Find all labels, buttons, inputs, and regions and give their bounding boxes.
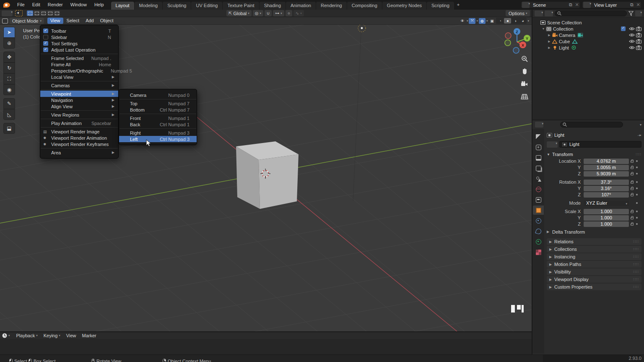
pivot-point-dropdown[interactable]: ◎▾ [253, 10, 263, 16]
view-menu-item[interactable]: Tool Settings ▶ [40, 40, 118, 47]
zoom-icon[interactable] [520, 54, 529, 63]
collection-checkbox[interactable] [621, 26, 626, 31]
light-object[interactable] [358, 25, 366, 32]
animate-dot[interactable] [635, 217, 639, 219]
navigation-gizmo[interactable]: Z Y X [505, 28, 530, 53]
timeline-menu[interactable]: Marker [79, 333, 99, 338]
lock-icon[interactable] [629, 193, 635, 196]
panel-drag-handle[interactable]: ∷∷ [634, 247, 639, 251]
tool-move[interactable]: ✥ [3, 52, 15, 63]
collapsed-panel[interactable]: ▶ Relations ∷∷ [547, 238, 641, 245]
lock-icon[interactable] [629, 216, 635, 219]
disable-in-renders-toggle[interactable] [635, 26, 642, 31]
value-slider[interactable]: 1.000 [584, 221, 629, 227]
overlays-toggle[interactable]: ◍ [479, 18, 486, 24]
lock-icon[interactable] [629, 166, 635, 169]
collapsed-panel[interactable]: ▶ Visibility ∷∷ [547, 268, 641, 275]
value-slider[interactable]: 37.3° [584, 180, 629, 185]
properties-tab-output[interactable] [533, 153, 544, 162]
toggle-perspective-icon[interactable] [520, 92, 529, 101]
topbar-menu[interactable]: File [13, 0, 29, 10]
outliner-row[interactable]: ▼ Collection [532, 26, 644, 32]
scene-selector[interactable]: Scene ⧉ ✕ [521, 1, 580, 8]
panel-drag-handle[interactable]: ∷∷ [634, 270, 639, 274]
new-collection-button[interactable] [635, 10, 642, 16]
view-layer-name[interactable]: View Layer [592, 3, 628, 8]
collapsed-panel[interactable]: ▶ Viewport Display ∷∷ [547, 276, 641, 283]
properties-tab-scene[interactable] [533, 174, 544, 183]
view-menu-item[interactable]: ▤ Viewport Render Image ▶ [40, 128, 118, 135]
properties-tab-physics[interactable] [533, 227, 544, 236]
lock-icon[interactable] [629, 172, 635, 175]
tool-add-cube[interactable]: ⬓ [3, 123, 15, 134]
animate-dot[interactable] [635, 194, 639, 195]
workspace-tab[interactable]: Geometry Nodes [382, 2, 426, 10]
view-layer-remove-button[interactable]: ✕ [635, 2, 641, 8]
outliner-row[interactable]: ▶ Light [532, 44, 644, 51]
properties-tab-object[interactable] [533, 206, 544, 215]
view-menu-item[interactable]: Perspective/Orthographic Numpad 5 ▶ [40, 68, 118, 74]
outliner-search-input[interactable] [563, 11, 624, 16]
panel-drag-handle[interactable]: ∷∷ [636, 152, 641, 156]
tool-cursor[interactable]: ⊕ [3, 38, 15, 49]
select-mode-invert[interactable] [47, 10, 53, 16]
snap-toggle[interactable]: ∪ [265, 10, 272, 16]
expand-caret[interactable]: ▼ [541, 27, 546, 30]
view-menu-item[interactable]: ✹ Viewport Render Animation ▶ [40, 135, 118, 141]
timeline-editor-type-dropdown[interactable]: ▾ [2, 333, 10, 339]
interaction-mode-dropdown[interactable]: Object Mode▾ [10, 18, 44, 24]
outliner-row[interactable]: ▶ Cube [532, 38, 644, 44]
view-menu-item[interactable]: Area ▶ [40, 149, 118, 156]
view-layer-selector[interactable]: View Layer ⧉ ✕ [582, 1, 641, 8]
properties-editor-type-dropdown[interactable] [535, 122, 543, 128]
viewpoint-menu-item[interactable]: Bottom Ctrl Numpad 7 ▶ [119, 107, 197, 113]
value-slider[interactable]: 4.0762 m [584, 159, 629, 164]
properties-tab-collection[interactable] [533, 195, 544, 204]
properties-tab-render[interactable] [533, 143, 544, 152]
workspace-tab[interactable]: Compositing [347, 2, 382, 10]
select-mode-subtract[interactable] [40, 10, 47, 16]
outliner-row[interactable]: Scene Collection [532, 19, 644, 26]
options-dropdown[interactable]: Options▾ [506, 10, 530, 16]
timeline-menu[interactable]: Keying ▾ [41, 333, 63, 338]
viewpoint-menu-item[interactable]: Left Ctrl Numpad 3 ▶ [119, 136, 197, 142]
workspace-tab[interactable]: Scripting [427, 2, 454, 10]
lock-icon[interactable] [629, 180, 635, 184]
viewport-editor-icon[interactable] [2, 18, 8, 23]
proportional-editing-toggle[interactable]: ○ [286, 10, 292, 16]
filter-funnel-icon[interactable] [628, 11, 634, 16]
workspace-tab[interactable]: Animation [286, 2, 316, 10]
hide-in-viewport-toggle[interactable] [628, 27, 635, 31]
tool-annotate[interactable]: ✎ [3, 98, 15, 109]
select-mode-extend[interactable] [34, 10, 40, 16]
proportional-falloff-dropdown[interactable]: ∿▾ [293, 10, 304, 16]
panel-drag-handle[interactable]: ∷∷ [634, 262, 639, 266]
value-slider[interactable]: 107° [584, 192, 629, 198]
view-menu-item[interactable]: ✹ Viewport Render Keyframes ▶ [40, 141, 118, 147]
view-menu-item[interactable]: Sidebar N ▶ [40, 34, 118, 40]
transform-panel-header[interactable]: ▼ Transform ∷∷ [547, 151, 641, 158]
collapsed-panel[interactable]: ▶ Collections ∷∷ [547, 246, 641, 253]
collapsed-panel[interactable]: ▶ Custom Properties ∷∷ [547, 284, 641, 290]
object-name-field[interactable]: Light [559, 141, 641, 148]
workspace-tab[interactable]: Shading [260, 2, 286, 10]
shading-solid-button[interactable]: ● [504, 18, 511, 23]
outliner-search[interactable] [555, 10, 627, 16]
rotation-mode-dropdown[interactable]: XYZ Euler [584, 201, 629, 206]
workspace-tab[interactable]: Modeling [135, 2, 163, 10]
properties-tab-world[interactable] [533, 185, 544, 194]
viewpoint-menu-item[interactable]: Right Numpad 3 ▶ [119, 130, 197, 136]
properties-tab-object-data[interactable] [533, 237, 544, 246]
tool-rotate[interactable]: ↻ [3, 63, 15, 73]
view-menu-item[interactable]: Toolbar T ▶ [40, 28, 118, 34]
view-layer-icon[interactable] [583, 2, 591, 8]
camera-view-icon[interactable] [520, 79, 529, 89]
properties-tab-texture[interactable] [533, 247, 544, 257]
expand-caret[interactable]: ▶ [547, 46, 552, 49]
blender-logo-icon[interactable] [3, 3, 10, 8]
animate-dot[interactable] [635, 223, 639, 225]
workspace-tab[interactable]: Texture Paint [223, 2, 259, 10]
workspace-tab[interactable]: Layout [111, 2, 134, 10]
view-menu-item[interactable]: Frame Selected Numpad . ▶ [40, 55, 118, 61]
timeline-menu[interactable]: Playback ▾ [13, 333, 41, 338]
